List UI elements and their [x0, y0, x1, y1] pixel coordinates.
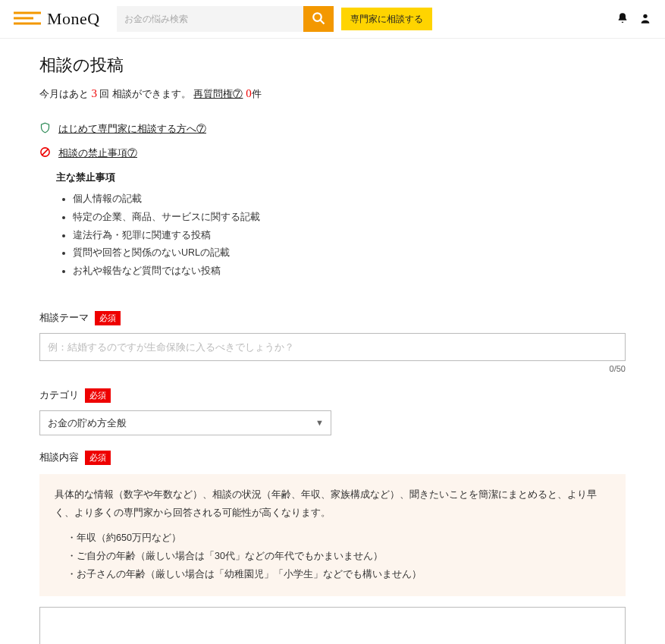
search-button[interactable]	[303, 6, 334, 32]
page-title: 相談の投稿	[39, 54, 626, 77]
ban-icon	[39, 146, 51, 160]
category-label: カテゴリ	[39, 388, 79, 402]
svg-point-3	[313, 13, 322, 21]
user-icon[interactable]	[639, 12, 651, 27]
category-label-row: カテゴリ 必須	[39, 388, 626, 403]
hint-item: ・お子さんの年齢（厳しい場合は「幼稚園児」「小学生」などでも構いません）	[67, 566, 610, 584]
prohibited-link[interactable]: 相談の禁止事項⑦	[58, 146, 137, 160]
theme-input[interactable]	[39, 333, 626, 361]
svg-line-7	[42, 149, 49, 156]
header: MoneQ 専門家に相談する	[0, 0, 665, 39]
required-badge: 必須	[85, 388, 111, 403]
requestion-count: 0	[243, 87, 251, 99]
month-prefix: 今月はあと	[39, 89, 91, 99]
month-suffix: 回 相談ができます。	[97, 89, 191, 99]
svg-line-4	[320, 20, 324, 24]
bell-icon[interactable]	[616, 12, 629, 27]
hint-item: ・年収（約650万円など）	[67, 529, 610, 548]
required-badge: 必須	[95, 311, 121, 325]
content-label-row: 相談内容 必須	[39, 451, 626, 465]
list-item: 個人情報の記載	[73, 190, 626, 209]
prohibited-heading: 主な禁止事項	[56, 171, 626, 184]
theme-label: 相談テーマ	[39, 311, 89, 325]
logo-icon	[14, 11, 41, 28]
requestion-link[interactable]: 再質問権⑦	[193, 89, 243, 99]
list-item: 特定の企業、商品、サービスに関する記載	[73, 209, 626, 227]
search-input[interactable]	[117, 6, 303, 32]
content-hint-box: 具体的な情報（数字や年数など）、相談の状況（年齢、年収、家族構成など）、聞きたい…	[39, 474, 626, 596]
list-item: お礼や報告など質問ではない投稿	[73, 262, 626, 281]
prohibited-list: 個人情報の記載 特定の企業、商品、サービスに関する記載 違法行為・犯罪に関連する…	[73, 190, 626, 281]
category-select[interactable]: お金の貯め方全般	[39, 410, 331, 435]
required-badge: 必須	[85, 451, 111, 465]
prohibited-row: 相談の禁止事項⑦	[39, 146, 626, 160]
hint-intro: 具体的な情報（数字や年数など）、相談の状況（年齢、年収、家族構成など）、聞きたい…	[55, 486, 610, 523]
logo[interactable]: MoneQ	[14, 9, 100, 29]
consult-expert-button[interactable]: 専門家に相談する	[341, 8, 432, 30]
remaining-count: 3	[91, 87, 97, 99]
requestion-unit: 件	[252, 89, 262, 99]
first-time-link[interactable]: はじめて専門家に相談する方へ⑦	[58, 122, 206, 136]
list-item: 質問や回答と関係のないURLの記載	[73, 244, 626, 262]
header-right	[616, 12, 651, 27]
theme-label-row: 相談テーマ 必須	[39, 311, 626, 325]
shield-icon	[39, 122, 51, 136]
remaining-consultations: 今月はあと 3 回 相談ができます。 再質問権⑦ 0件	[39, 87, 626, 101]
brand-name: MoneQ	[47, 9, 100, 29]
search-form	[117, 6, 334, 32]
first-time-row: はじめて専門家に相談する方へ⑦	[39, 122, 626, 136]
search-icon	[312, 11, 325, 27]
hint-list: ・年収（約650万円など） ・ご自分の年齢（厳しい場合は「30代」などの年代でも…	[67, 529, 610, 583]
content-textarea[interactable]	[39, 607, 626, 645]
main-content: 相談の投稿 今月はあと 3 回 相談ができます。 再質問権⑦ 0件 はじめて専門…	[0, 39, 665, 644]
content-label: 相談内容	[39, 451, 79, 464]
hint-item: ・ご自分の年齢（厳しい場合は「30代」などの年代でもかまいません）	[67, 548, 610, 566]
category-select-wrap: お金の貯め方全般 ▼	[39, 410, 331, 435]
theme-counter: 0/50	[39, 364, 626, 373]
list-item: 違法行為・犯罪に関連する投稿	[73, 227, 626, 245]
svg-point-5	[643, 14, 647, 17]
